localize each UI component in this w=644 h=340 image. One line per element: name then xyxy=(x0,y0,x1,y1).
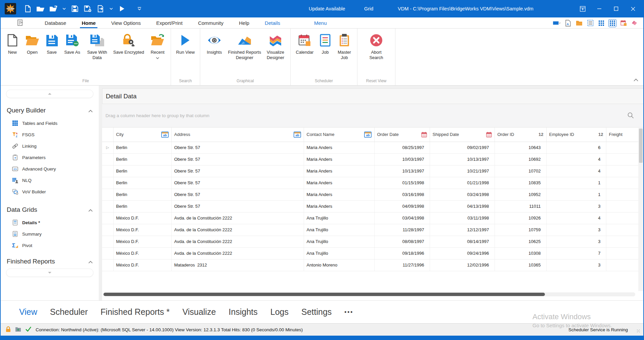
resize-grip[interactable] xyxy=(637,329,640,334)
cell-city[interactable]: Berlin xyxy=(113,165,171,177)
list-view-icon[interactable] xyxy=(586,19,594,27)
save-encrypted-button[interactable]: Save Encrypted xyxy=(111,29,146,78)
menu-tab-view-options[interactable]: View Options xyxy=(103,17,148,28)
cell-contact[interactable]: Maria Anders xyxy=(304,189,374,200)
abort-search-button[interactable]: Abort Search xyxy=(366,29,387,78)
sidebar-item-nlq[interactable]: NLQ xyxy=(1,175,99,186)
cell-city[interactable]: Berlin xyxy=(113,200,171,212)
table-row[interactable]: México D.F.Mataderos 2312Antonio Moreno1… xyxy=(102,259,641,271)
cell-freight[interactable] xyxy=(606,189,641,200)
row-expander[interactable] xyxy=(102,189,113,200)
cell-order-id[interactable]: 10952 xyxy=(495,189,546,200)
cell-shipped-date[interactable]: 09/02/1997 xyxy=(430,142,495,153)
search-icon[interactable] xyxy=(627,112,634,119)
cell-address[interactable]: Obere Str. 57 xyxy=(171,200,304,212)
cell-employee-id[interactable]: 1 xyxy=(546,177,606,189)
eraser-icon[interactable] xyxy=(631,19,639,27)
ribbon-display-options-button[interactable] xyxy=(574,0,591,17)
cell-employee-id[interactable]: 3 xyxy=(546,259,606,271)
cell-employee-id[interactable]: 6 xyxy=(546,142,606,153)
sidebar-item-fsgs[interactable]: AZ FSGS xyxy=(1,129,99,140)
cell-contact[interactable]: Ana Trujillo xyxy=(304,212,374,224)
column-header-order-date[interactable]: Order Date xyxy=(374,128,430,142)
cell-city[interactable]: Berlin xyxy=(113,189,171,200)
menu-tab-menu[interactable]: Menu xyxy=(306,17,335,28)
qat-save-icon[interactable] xyxy=(69,3,81,15)
sidebar-item-summary[interactable]: Summary xyxy=(1,228,99,240)
cell-city[interactable]: México D.F. xyxy=(113,212,171,224)
cell-city[interactable]: México D.F. xyxy=(113,259,171,271)
tab-settings[interactable]: Settings xyxy=(301,307,332,317)
horizontal-scrollbar-thumb[interactable] xyxy=(103,293,545,296)
update-available-label[interactable]: Update Available xyxy=(309,6,345,11)
cell-freight[interactable] xyxy=(606,200,641,212)
qat-open-icon[interactable] xyxy=(35,3,46,15)
cell-shipped-date[interactable]: 12/02/1996 xyxy=(430,259,495,271)
cell-order-date[interactable]: 10/03/1997 xyxy=(374,153,430,165)
qat-open-recent-icon[interactable] xyxy=(48,3,59,15)
row-expander[interactable] xyxy=(102,224,113,236)
cell-order-date[interactable]: 11/27/1996 xyxy=(374,259,430,271)
cell-order-id[interactable]: 10835 xyxy=(495,177,546,189)
cell-address[interactable]: Avda. de la Constitución 2222 xyxy=(171,212,304,224)
table-row[interactable]: BerlinObere Str. 57Maria Anders03/16/199… xyxy=(102,189,641,200)
cell-employee-id[interactable]: 3 xyxy=(546,224,606,236)
sidebar-scroll-down-button[interactable] xyxy=(6,269,93,277)
cell-contact[interactable]: Ana Trujillo xyxy=(304,236,374,247)
minimize-button[interactable] xyxy=(591,0,608,17)
cell-freight[interactable] xyxy=(606,247,641,259)
sidebar-item-details[interactable]: Details * xyxy=(1,217,99,228)
cell-city[interactable]: México D.F. xyxy=(113,236,171,247)
master-job-button[interactable]: Master Job xyxy=(334,29,355,78)
cell-order-date[interactable]: 11/28/1997 xyxy=(374,224,430,236)
row-expander[interactable] xyxy=(102,212,113,224)
cell-shipped-date[interactable]: 04/13/1998 xyxy=(430,200,495,212)
column-header-order-id[interactable]: Order ID12 xyxy=(495,128,546,142)
new-button[interactable]: New xyxy=(3,29,22,78)
qat-export-icon[interactable] xyxy=(95,3,106,15)
save-with-data-button[interactable]: Save With Data xyxy=(83,29,111,78)
column-header-contact-name[interactable]: Contact Nameab xyxy=(304,128,374,142)
cell-freight[interactable] xyxy=(606,224,641,236)
maximize-button[interactable] xyxy=(608,0,625,17)
menu-tab-details[interactable]: Details xyxy=(257,17,288,28)
table-row[interactable]: BerlinObere Str. 57Maria Anders01/15/199… xyxy=(102,177,641,189)
cell-employee-id[interactable]: 3 xyxy=(546,200,606,212)
tab-insights[interactable]: Insights xyxy=(229,307,258,317)
column-header-address[interactable]: Addressab xyxy=(171,128,304,142)
cell-freight[interactable] xyxy=(606,165,641,177)
sidebar-item-parameters[interactable]: ? Parameters xyxy=(1,152,99,163)
cell-city[interactable]: Berlin xyxy=(113,153,171,165)
cell-shipped-date[interactable]: 09/24/1996 xyxy=(430,247,495,259)
column-header-freight[interactable]: Freight xyxy=(606,128,641,142)
grid-small-view-icon[interactable] xyxy=(597,19,605,27)
tab-logs[interactable]: Logs xyxy=(270,307,289,317)
menu-tab-help[interactable]: Help xyxy=(231,17,257,28)
qat-customize-icon[interactable] xyxy=(134,3,145,15)
row-expander[interactable] xyxy=(102,165,113,177)
cell-employee-id[interactable]: 4 xyxy=(546,212,606,224)
vertical-scrollbar[interactable] xyxy=(638,128,643,291)
tab-visualize[interactable]: Visualize xyxy=(182,307,216,317)
tab-scheduler[interactable]: Scheduler xyxy=(50,307,88,317)
cell-employee-id[interactable]: 4 xyxy=(546,153,606,165)
cell-address[interactable]: Mataderos 2312 xyxy=(171,259,304,271)
table-row[interactable]: México D.F.Avda. de la Constitución 2222… xyxy=(102,212,641,224)
tab-view[interactable]: View xyxy=(19,307,37,317)
table-row[interactable]: México D.F.Avda. de la Constitución 2222… xyxy=(102,247,641,259)
cell-freight[interactable] xyxy=(606,177,641,189)
grid-view-active-icon[interactable] xyxy=(608,19,616,27)
cell-shipped-date[interactable]: 03/11/1998 xyxy=(430,212,495,224)
cell-order-date[interactable]: 01/15/1998 xyxy=(374,177,430,189)
row-expander[interactable] xyxy=(102,177,113,189)
cell-contact[interactable]: Maria Anders xyxy=(304,177,374,189)
cell-contact[interactable]: Maria Anders xyxy=(304,165,374,177)
cell-shipped-date[interactable]: 10/21/1997 xyxy=(430,165,495,177)
column-header-shipped-date[interactable]: Shipped Date xyxy=(430,128,495,142)
cell-order-id[interactable]: 11011 xyxy=(495,200,546,212)
app-logo-icon[interactable]: VDM xyxy=(5,3,16,14)
cell-order-id[interactable]: 10702 xyxy=(495,165,546,177)
cell-order-date[interactable]: 04/09/1998 xyxy=(374,200,430,212)
menu-tab-community[interactable]: Community xyxy=(190,17,231,28)
horizontal-scrollbar[interactable] xyxy=(103,292,635,296)
